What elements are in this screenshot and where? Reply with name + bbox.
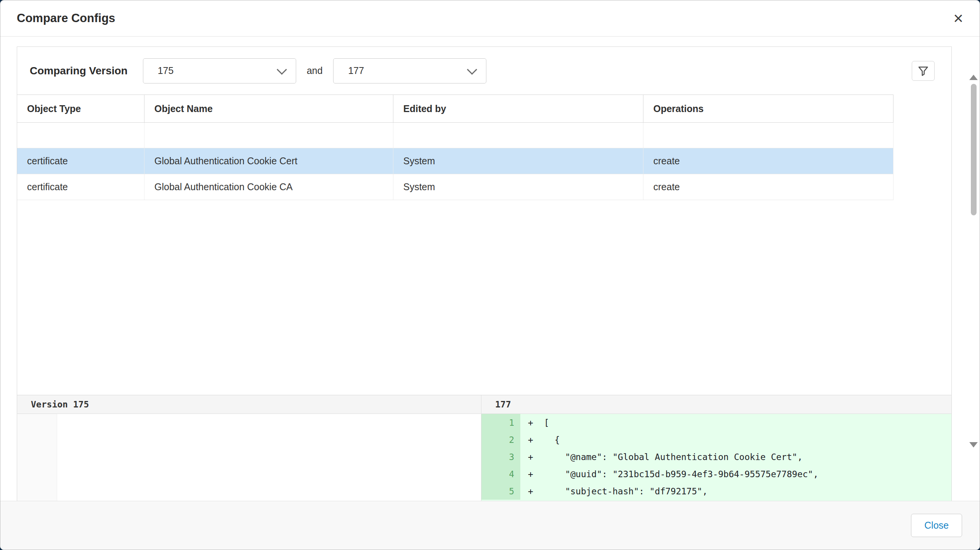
and-label: and: [307, 65, 323, 76]
cell-object-name: Global Authentication Cookie Cert: [144, 148, 393, 174]
diff-line: 2 + {: [481, 431, 951, 448]
filter-cell[interactable]: [144, 123, 393, 148]
diff-header-right: 177: [481, 395, 951, 414]
compare-configs-modal: Compare Configs × Comparing Version 175 …: [0, 0, 980, 550]
cell-object-name: Global Authentication Cookie CA: [144, 174, 393, 200]
column-header-object-type[interactable]: Object Type: [17, 95, 144, 122]
column-header-operations[interactable]: Operations: [643, 95, 893, 122]
diff-header-bar: Version 175 177: [17, 395, 951, 414]
scrollbar[interactable]: [969, 75, 978, 447]
diff-add-sign: +: [520, 435, 544, 445]
column-header-edited-by[interactable]: Edited by: [393, 95, 643, 122]
diff-line-number: 4: [481, 465, 520, 483]
cell-edited-by: System: [393, 148, 643, 174]
diff-add-sign: +: [520, 486, 544, 496]
diff-pane-left: [17, 414, 481, 501]
scroll-down-icon[interactable]: [969, 442, 978, 447]
filter-cell[interactable]: [393, 123, 643, 148]
modal-body: Comparing Version 175 and 177: [0, 37, 980, 501]
diff-line-number: 1: [481, 414, 520, 431]
cell-object-type: certificate: [17, 148, 144, 174]
close-icon[interactable]: ×: [953, 10, 963, 27]
table-row[interactable]: certificate Global Authentication Cookie…: [17, 174, 893, 200]
diff-line-number: 2: [481, 431, 520, 448]
diff-add-sign: +: [520, 469, 544, 479]
version-b-select[interactable]: 177: [333, 58, 486, 83]
table-empty-area: [17, 200, 951, 395]
filter-row[interactable]: [17, 123, 893, 148]
cell-edited-by: System: [393, 174, 643, 200]
chevron-down-icon: [277, 64, 287, 75]
diff-body: 1 + [ 2 + { 3 + "@name": "Glob: [17, 414, 951, 501]
diff-header-left: Version 175: [17, 395, 481, 414]
cell-operations: create: [643, 148, 893, 174]
diff-line-number: 5: [481, 483, 520, 500]
diff-left-gutter: [17, 414, 57, 501]
modal-header: Compare Configs ×: [0, 0, 980, 37]
version-a-select[interactable]: 175: [143, 58, 296, 83]
version-a-value: 175: [158, 65, 174, 76]
diff-line-text: "@name": "Global Authentication Cookie C…: [544, 452, 803, 462]
table-row[interactable]: certificate Global Authentication Cookie…: [17, 148, 893, 174]
cell-object-type: certificate: [17, 174, 144, 200]
scrollbar-thumb[interactable]: [971, 84, 977, 215]
diff-pane-right: 1 + [ 2 + { 3 + "@name": "Glob: [481, 414, 951, 501]
diff-right-version-label: 177: [495, 399, 511, 409]
diff-line: 5 + "subject-hash": "df792175",: [481, 483, 951, 500]
diff-add-sign: +: [520, 418, 544, 428]
comparing-version-label: Comparing Version: [30, 65, 128, 77]
diff-add-sign: +: [520, 452, 544, 462]
diff-line-text: "subject-hash": "df792175",: [544, 486, 707, 496]
table-header-row: Object Type Object Name Edited by Operat…: [17, 95, 893, 123]
filter-cell[interactable]: [17, 123, 144, 148]
version-b-value: 177: [348, 65, 364, 76]
column-header-object-name[interactable]: Object Name: [144, 95, 393, 122]
close-button[interactable]: Close: [911, 514, 962, 537]
filter-cell[interactable]: [643, 123, 893, 148]
modal-title: Compare Configs: [17, 11, 115, 25]
compare-panel: Comparing Version 175 and 177: [17, 47, 952, 501]
cell-operations: create: [643, 174, 893, 200]
diff-line-number: 3: [481, 448, 520, 465]
diff-line-text: {: [544, 435, 560, 445]
scroll-up-icon[interactable]: [969, 75, 978, 80]
compare-toolbar: Comparing Version 175 and 177: [17, 47, 951, 95]
filter-icon: [917, 65, 929, 77]
diff-viewer: Version 175 177 1 + [: [17, 395, 951, 501]
changes-table: Object Type Object Name Edited by Operat…: [17, 95, 893, 200]
chevron-down-icon: [467, 64, 477, 75]
diff-line-text: [: [544, 418, 549, 428]
diff-line-text: "@uuid": "231bc15d-b959-4ef3-9b64-95575e…: [544, 469, 818, 479]
diff-line: 3 + "@name": "Global Authentication Cook…: [481, 448, 951, 465]
diff-line: 4 + "@uuid": "231bc15d-b959-4ef3-9b64-95…: [481, 465, 951, 483]
diff-line: 1 + [: [481, 414, 951, 431]
diff-left-version-label: Version 175: [31, 399, 89, 409]
filter-button[interactable]: [912, 61, 935, 81]
modal-footer: Close: [0, 501, 980, 550]
